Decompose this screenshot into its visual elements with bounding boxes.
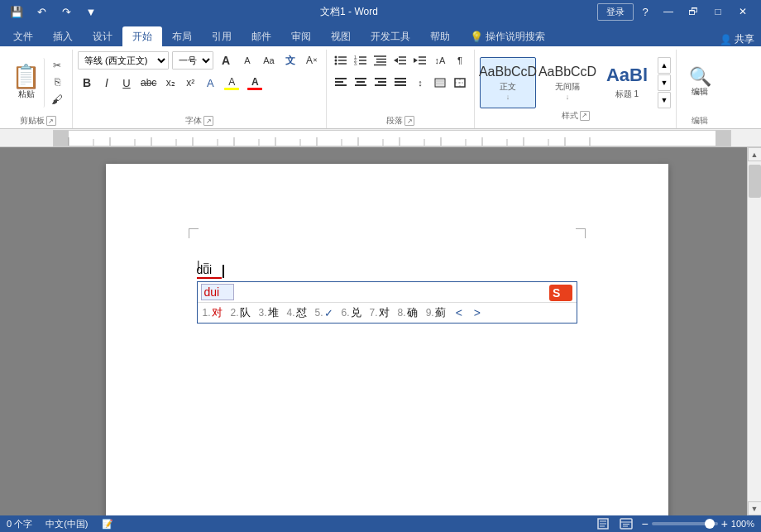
help-icon[interactable]: ? [635, 2, 655, 22]
copy-button[interactable]: ⎘ [47, 74, 67, 89]
subscript-button[interactable]: x₂ [161, 74, 179, 92]
multilevel-list-button[interactable] [371, 51, 390, 69]
scroll-track[interactable] [748, 161, 762, 501]
tab-tell-me[interactable]: 💡操作说明搜索 [460, 26, 555, 46]
tab-file[interactable]: 文件 [3, 26, 43, 46]
zoom-slider-track[interactable] [652, 522, 718, 525]
paragraph-group: 1.2.3. ↕A ¶ [327, 50, 475, 128]
ime-candidate-8[interactable]: 8. 确 [398, 305, 418, 320]
font-expand-button[interactable]: ↗ [203, 116, 213, 126]
style-no-spacing[interactable]: AaBbCcD 无间隔 ↓ [539, 57, 596, 108]
font-shrink-button[interactable]: A [238, 51, 256, 69]
zoom-slider-thumb[interactable] [705, 519, 715, 529]
quick-undo-button[interactable]: ↶ [31, 2, 51, 22]
tab-layout[interactable]: 布局 [162, 26, 202, 46]
highlight-button[interactable]: A [221, 74, 242, 92]
maximize-button[interactable]: □ [706, 0, 730, 23]
strikethrough-button[interactable]: abc [137, 74, 160, 92]
style-normal[interactable]: AaBbCcD 正文 ↓ [480, 57, 536, 108]
share-button[interactable]: 👤 共享 [720, 32, 754, 46]
bullet-list-button[interactable] [332, 51, 350, 69]
tab-home[interactable]: 开始 [122, 26, 162, 46]
bold-button[interactable]: B [78, 74, 96, 92]
shading-button[interactable] [431, 74, 449, 92]
sort-button[interactable]: ↕A [431, 51, 449, 69]
vertical-scrollbar[interactable]: ▲ ▼ [747, 147, 761, 515]
styles-group-expand-button[interactable]: ↗ [580, 111, 590, 121]
tab-mail[interactable]: 邮件 [242, 26, 281, 46]
tab-review[interactable]: 审阅 [281, 26, 321, 46]
ime-candidate-1[interactable]: 1. 对 [203, 305, 223, 320]
underline-button[interactable]: U [117, 74, 136, 92]
show-marks-button[interactable]: ¶ [451, 51, 469, 69]
tab-reference[interactable]: 引用 [202, 26, 242, 46]
typed-text[interactable]: dui [197, 263, 222, 279]
scroll-down-button[interactable]: ▼ [748, 501, 762, 515]
styles-scroll-down-button[interactable]: ▼ [658, 74, 671, 91]
document-page[interactable]: I ≡ dui dui [106, 164, 668, 515]
ime-candidate-9[interactable]: 9. 薊 [426, 305, 446, 320]
editing-group: 🔍 编辑 编辑 [677, 50, 723, 128]
change-case-button[interactable]: Aa [260, 51, 278, 69]
ime-candidate-4[interactable]: 4. 怼 [287, 305, 307, 320]
align-left-button[interactable] [332, 74, 350, 92]
tab-view[interactable]: 视图 [321, 26, 361, 46]
justify-button[interactable] [391, 74, 409, 92]
scroll-thumb[interactable] [749, 165, 761, 198]
align-center-button[interactable] [352, 74, 370, 92]
format-painter-button[interactable]: 🖌 [47, 92, 67, 107]
styles-expand-button[interactable]: ▼ [658, 92, 671, 108]
zoom-percent[interactable]: 100% [731, 519, 754, 529]
quick-redo-button[interactable]: ↷ [56, 2, 76, 22]
cut-button[interactable]: ✂ [47, 58, 67, 73]
ime-candidate-2[interactable]: 2. 队 [231, 305, 251, 320]
font-grow-button[interactable]: A [217, 51, 235, 69]
ime-candidate-7[interactable]: 7. 对 [370, 305, 390, 320]
ime-candidate-5[interactable]: 5. ✓ [315, 307, 333, 319]
tab-design[interactable]: 设计 [83, 26, 122, 46]
ime-candidate-3[interactable]: 3. 堆 [259, 305, 279, 320]
tab-insert[interactable]: 插入 [43, 26, 83, 46]
tab-help[interactable]: 帮助 [420, 26, 460, 46]
wen-icon-button[interactable]: 文 [281, 51, 299, 69]
font-name-select[interactable]: 等线 (西文正文) [78, 51, 169, 69]
minimize-button[interactable]: — [657, 0, 680, 23]
paste-button[interactable]: 📋 粘贴 [8, 58, 45, 108]
styles-scroll-up-button[interactable]: ▲ [658, 57, 671, 74]
scroll-up-button[interactable]: ▲ [748, 147, 762, 161]
ime-prev-button[interactable]: < [454, 306, 464, 319]
ime-next-button[interactable]: > [472, 306, 482, 319]
superscript-button[interactable]: x² [181, 74, 199, 92]
zoom-plus-button[interactable]: + [721, 517, 728, 530]
ime-candidate-6[interactable]: 6. 兑 [342, 305, 361, 320]
ime-popup: dui S 1. 对 [197, 281, 577, 324]
view-print-button[interactable] [595, 517, 611, 530]
decrease-indent-button[interactable] [391, 51, 409, 69]
vertical-ruler-stub [0, 147, 26, 515]
numbered-list-button[interactable]: 1.2.3. [352, 51, 370, 69]
quick-more-button[interactable]: ▼ [81, 2, 101, 22]
quick-save-button[interactable]: 💾 [7, 2, 26, 22]
close-button[interactable]: ✕ [731, 0, 754, 23]
zoom-minus-button[interactable]: − [641, 517, 648, 530]
paragraph-expand-button[interactable]: ↗ [404, 116, 414, 126]
line-spacing-button[interactable]: ↕ [411, 74, 429, 92]
italic-button[interactable]: I [98, 74, 116, 92]
find-button[interactable]: 🔍 编辑 [682, 58, 718, 108]
align-right-button[interactable] [371, 74, 390, 92]
text-effect-button[interactable]: A [201, 74, 219, 92]
clipboard-expand-button[interactable]: ↗ [46, 116, 56, 126]
border-button[interactable] [451, 74, 469, 92]
svg-point-0 [335, 56, 337, 59]
view-web-button[interactable] [618, 517, 634, 530]
clear-format-button[interactable]: A✕ [303, 51, 321, 69]
style-normal-label: 正文 [500, 81, 516, 93]
login-button[interactable]: 登录 [597, 3, 634, 21]
style-heading1[interactable]: AaBl 标题 1 [599, 57, 655, 108]
increase-indent-button[interactable] [411, 51, 429, 69]
track-changes-icon[interactable]: 📝 [102, 519, 113, 530]
font-size-select[interactable]: 一号 [172, 51, 213, 69]
font-color-button[interactable]: A [244, 74, 266, 92]
tab-developer[interactable]: 开发工具 [361, 26, 420, 46]
restore-button[interactable]: 🗗 [682, 0, 705, 23]
